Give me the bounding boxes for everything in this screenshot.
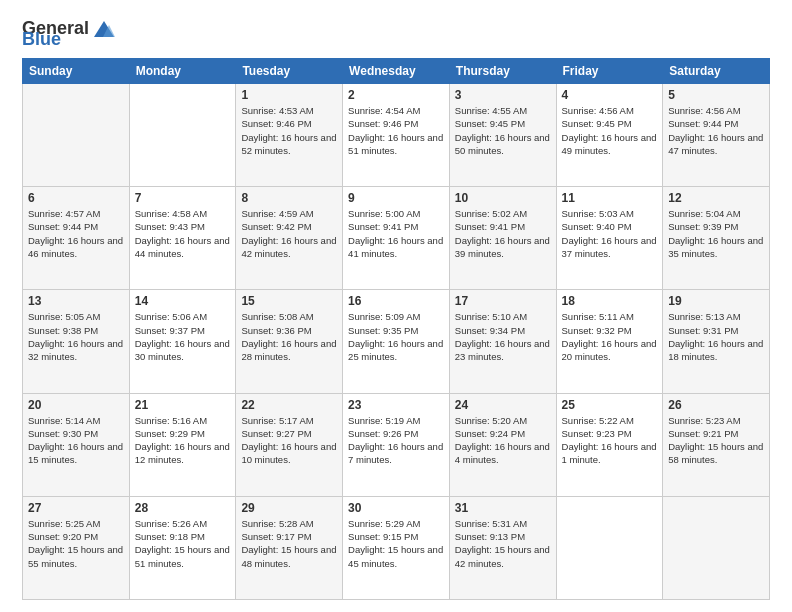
calendar-day: 31 Sunrise: 5:31 AMSunset: 9:13 PMDaylig… bbox=[449, 496, 556, 599]
calendar-day: 28 Sunrise: 5:26 AMSunset: 9:18 PMDaylig… bbox=[129, 496, 236, 599]
calendar-day: 27 Sunrise: 5:25 AMSunset: 9:20 PMDaylig… bbox=[23, 496, 130, 599]
day-number: 31 bbox=[455, 501, 551, 515]
day-detail: Sunrise: 4:55 AMSunset: 9:45 PMDaylight:… bbox=[455, 104, 551, 157]
calendar-day: 15 Sunrise: 5:08 AMSunset: 9:36 PMDaylig… bbox=[236, 290, 343, 393]
calendar-day: 11 Sunrise: 5:03 AMSunset: 9:40 PMDaylig… bbox=[556, 187, 663, 290]
calendar-table: Sunday Monday Tuesday Wednesday Thursday… bbox=[22, 58, 770, 600]
day-detail: Sunrise: 5:11 AMSunset: 9:32 PMDaylight:… bbox=[562, 310, 658, 363]
day-detail: Sunrise: 5:06 AMSunset: 9:37 PMDaylight:… bbox=[135, 310, 231, 363]
day-number: 27 bbox=[28, 501, 124, 515]
calendar-day: 14 Sunrise: 5:06 AMSunset: 9:37 PMDaylig… bbox=[129, 290, 236, 393]
calendar-day: 13 Sunrise: 5:05 AMSunset: 9:38 PMDaylig… bbox=[23, 290, 130, 393]
day-number: 21 bbox=[135, 398, 231, 412]
day-detail: Sunrise: 5:02 AMSunset: 9:41 PMDaylight:… bbox=[455, 207, 551, 260]
day-number: 17 bbox=[455, 294, 551, 308]
day-number: 26 bbox=[668, 398, 764, 412]
day-detail: Sunrise: 5:04 AMSunset: 9:39 PMDaylight:… bbox=[668, 207, 764, 260]
day-detail: Sunrise: 5:03 AMSunset: 9:40 PMDaylight:… bbox=[562, 207, 658, 260]
calendar-week-3: 13 Sunrise: 5:05 AMSunset: 9:38 PMDaylig… bbox=[23, 290, 770, 393]
calendar-day bbox=[129, 84, 236, 187]
calendar-day: 8 Sunrise: 4:59 AMSunset: 9:42 PMDayligh… bbox=[236, 187, 343, 290]
calendar-day: 7 Sunrise: 4:58 AMSunset: 9:43 PMDayligh… bbox=[129, 187, 236, 290]
day-detail: Sunrise: 5:10 AMSunset: 9:34 PMDaylight:… bbox=[455, 310, 551, 363]
day-number: 2 bbox=[348, 88, 444, 102]
day-number: 22 bbox=[241, 398, 337, 412]
calendar-day: 23 Sunrise: 5:19 AMSunset: 9:26 PMDaylig… bbox=[343, 393, 450, 496]
calendar-day: 20 Sunrise: 5:14 AMSunset: 9:30 PMDaylig… bbox=[23, 393, 130, 496]
day-detail: Sunrise: 4:58 AMSunset: 9:43 PMDaylight:… bbox=[135, 207, 231, 260]
day-detail: Sunrise: 4:56 AMSunset: 9:45 PMDaylight:… bbox=[562, 104, 658, 157]
day-detail: Sunrise: 5:09 AMSunset: 9:35 PMDaylight:… bbox=[348, 310, 444, 363]
day-number: 28 bbox=[135, 501, 231, 515]
day-number: 13 bbox=[28, 294, 124, 308]
calendar-day: 25 Sunrise: 5:22 AMSunset: 9:23 PMDaylig… bbox=[556, 393, 663, 496]
day-detail: Sunrise: 5:28 AMSunset: 9:17 PMDaylight:… bbox=[241, 517, 337, 570]
day-number: 9 bbox=[348, 191, 444, 205]
day-detail: Sunrise: 5:00 AMSunset: 9:41 PMDaylight:… bbox=[348, 207, 444, 260]
calendar-day bbox=[556, 496, 663, 599]
day-detail: Sunrise: 4:56 AMSunset: 9:44 PMDaylight:… bbox=[668, 104, 764, 157]
day-number: 16 bbox=[348, 294, 444, 308]
col-wednesday: Wednesday bbox=[343, 59, 450, 84]
day-number: 29 bbox=[241, 501, 337, 515]
calendar-day: 12 Sunrise: 5:04 AMSunset: 9:39 PMDaylig… bbox=[663, 187, 770, 290]
day-detail: Sunrise: 5:20 AMSunset: 9:24 PMDaylight:… bbox=[455, 414, 551, 467]
calendar-day: 26 Sunrise: 5:23 AMSunset: 9:21 PMDaylig… bbox=[663, 393, 770, 496]
col-friday: Friday bbox=[556, 59, 663, 84]
calendar-day: 18 Sunrise: 5:11 AMSunset: 9:32 PMDaylig… bbox=[556, 290, 663, 393]
day-number: 3 bbox=[455, 88, 551, 102]
day-number: 24 bbox=[455, 398, 551, 412]
calendar-day: 1 Sunrise: 4:53 AMSunset: 9:46 PMDayligh… bbox=[236, 84, 343, 187]
calendar-day: 3 Sunrise: 4:55 AMSunset: 9:45 PMDayligh… bbox=[449, 84, 556, 187]
calendar-week-5: 27 Sunrise: 5:25 AMSunset: 9:20 PMDaylig… bbox=[23, 496, 770, 599]
calendar-day: 29 Sunrise: 5:28 AMSunset: 9:17 PMDaylig… bbox=[236, 496, 343, 599]
day-detail: Sunrise: 5:23 AMSunset: 9:21 PMDaylight:… bbox=[668, 414, 764, 467]
day-detail: Sunrise: 4:59 AMSunset: 9:42 PMDaylight:… bbox=[241, 207, 337, 260]
calendar-day: 5 Sunrise: 4:56 AMSunset: 9:44 PMDayligh… bbox=[663, 84, 770, 187]
calendar-day: 16 Sunrise: 5:09 AMSunset: 9:35 PMDaylig… bbox=[343, 290, 450, 393]
calendar-week-4: 20 Sunrise: 5:14 AMSunset: 9:30 PMDaylig… bbox=[23, 393, 770, 496]
calendar-day: 4 Sunrise: 4:56 AMSunset: 9:45 PMDayligh… bbox=[556, 84, 663, 187]
day-detail: Sunrise: 5:08 AMSunset: 9:36 PMDaylight:… bbox=[241, 310, 337, 363]
day-number: 15 bbox=[241, 294, 337, 308]
calendar-day: 10 Sunrise: 5:02 AMSunset: 9:41 PMDaylig… bbox=[449, 187, 556, 290]
day-number: 4 bbox=[562, 88, 658, 102]
calendar-day: 6 Sunrise: 4:57 AMSunset: 9:44 PMDayligh… bbox=[23, 187, 130, 290]
day-number: 12 bbox=[668, 191, 764, 205]
calendar-week-1: 1 Sunrise: 4:53 AMSunset: 9:46 PMDayligh… bbox=[23, 84, 770, 187]
calendar-day bbox=[23, 84, 130, 187]
day-number: 6 bbox=[28, 191, 124, 205]
calendar-day: 17 Sunrise: 5:10 AMSunset: 9:34 PMDaylig… bbox=[449, 290, 556, 393]
day-detail: Sunrise: 5:16 AMSunset: 9:29 PMDaylight:… bbox=[135, 414, 231, 467]
header: General Blue bbox=[22, 18, 770, 50]
calendar-day: 24 Sunrise: 5:20 AMSunset: 9:24 PMDaylig… bbox=[449, 393, 556, 496]
calendar-day: 21 Sunrise: 5:16 AMSunset: 9:29 PMDaylig… bbox=[129, 393, 236, 496]
day-detail: Sunrise: 5:19 AMSunset: 9:26 PMDaylight:… bbox=[348, 414, 444, 467]
day-detail: Sunrise: 5:29 AMSunset: 9:15 PMDaylight:… bbox=[348, 517, 444, 570]
calendar-week-2: 6 Sunrise: 4:57 AMSunset: 9:44 PMDayligh… bbox=[23, 187, 770, 290]
logo: General Blue bbox=[22, 18, 115, 50]
day-detail: Sunrise: 5:26 AMSunset: 9:18 PMDaylight:… bbox=[135, 517, 231, 570]
day-detail: Sunrise: 4:53 AMSunset: 9:46 PMDaylight:… bbox=[241, 104, 337, 157]
day-detail: Sunrise: 5:05 AMSunset: 9:38 PMDaylight:… bbox=[28, 310, 124, 363]
col-saturday: Saturday bbox=[663, 59, 770, 84]
calendar-day: 19 Sunrise: 5:13 AMSunset: 9:31 PMDaylig… bbox=[663, 290, 770, 393]
logo-icon bbox=[93, 20, 115, 38]
calendar-day: 2 Sunrise: 4:54 AMSunset: 9:46 PMDayligh… bbox=[343, 84, 450, 187]
calendar-day: 9 Sunrise: 5:00 AMSunset: 9:41 PMDayligh… bbox=[343, 187, 450, 290]
day-number: 30 bbox=[348, 501, 444, 515]
calendar-day: 22 Sunrise: 5:17 AMSunset: 9:27 PMDaylig… bbox=[236, 393, 343, 496]
page: General Blue Sunday Monday Tuesday Wedne… bbox=[0, 0, 792, 612]
day-detail: Sunrise: 5:13 AMSunset: 9:31 PMDaylight:… bbox=[668, 310, 764, 363]
day-detail: Sunrise: 5:25 AMSunset: 9:20 PMDaylight:… bbox=[28, 517, 124, 570]
day-detail: Sunrise: 4:57 AMSunset: 9:44 PMDaylight:… bbox=[28, 207, 124, 260]
logo-blue-text: Blue bbox=[22, 29, 61, 50]
col-sunday: Sunday bbox=[23, 59, 130, 84]
header-row: Sunday Monday Tuesday Wednesday Thursday… bbox=[23, 59, 770, 84]
calendar-day: 30 Sunrise: 5:29 AMSunset: 9:15 PMDaylig… bbox=[343, 496, 450, 599]
col-monday: Monday bbox=[129, 59, 236, 84]
day-number: 18 bbox=[562, 294, 658, 308]
day-detail: Sunrise: 5:31 AMSunset: 9:13 PMDaylight:… bbox=[455, 517, 551, 570]
day-detail: Sunrise: 5:22 AMSunset: 9:23 PMDaylight:… bbox=[562, 414, 658, 467]
day-detail: Sunrise: 4:54 AMSunset: 9:46 PMDaylight:… bbox=[348, 104, 444, 157]
